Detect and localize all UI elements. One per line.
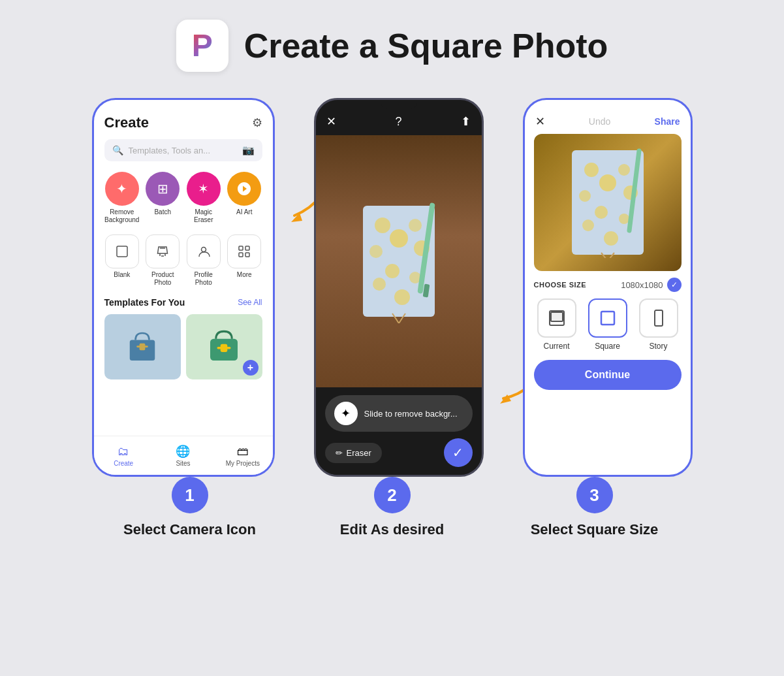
slide-text: Slide to remove backgr... [364, 409, 458, 419]
svg-point-15 [409, 219, 422, 232]
batch-icon: ⊞ [146, 172, 180, 206]
svg-point-22 [394, 289, 410, 305]
phone2-notch [381, 100, 416, 109]
phones-container: Create ⚙ 🔍 Templates, Tools an... 📷 ✦ Re… [92, 98, 693, 477]
phone3-close-icon[interactable]: ✕ [535, 114, 545, 129]
step-1: 1 Select Camera Icon [99, 477, 281, 538]
size-option-current[interactable]: Current [534, 298, 580, 351]
slide-bar[interactable]: ✦ Slide to remove backgr... [325, 395, 473, 432]
more-icon [227, 234, 261, 268]
svg-point-16 [390, 229, 408, 248]
choose-size-section: CHOOSE SIZE 1080x1080 ✓ [525, 271, 691, 396]
add-template-button[interactable]: + [243, 360, 259, 376]
svg-rect-4 [239, 253, 243, 257]
camera-icon[interactable]: 📷 [242, 144, 255, 156]
template-card-1[interactable] [104, 314, 181, 379]
templates-header: Templates For You See All [104, 297, 262, 308]
search-placeholder: Templates, Tools an... [129, 146, 237, 155]
svg-point-29 [599, 174, 616, 191]
tool-batch[interactable]: ⊞ Batch [145, 172, 181, 224]
search-bar[interactable]: 🔍 Templates, Tools an... 📷 [104, 139, 262, 161]
remove-bg-icon: ✦ [105, 172, 139, 206]
tools-row1: ✦ RemoveBackground ⊞ Batch ✶ MagicEraser [104, 172, 262, 224]
phone1-header: Create ⚙ [104, 114, 262, 131]
phone3-notch [589, 100, 625, 109]
phone-2: ✕ ? ⬆ [314, 98, 484, 477]
product-photo-label: ProductPhoto [151, 271, 174, 287]
share-icon[interactable]: ⬆ [461, 114, 471, 129]
nav-item-create[interactable]: 🗂 Create [94, 436, 153, 475]
create-nav-label: Create [114, 460, 133, 467]
profile-photo-label: ProfilePhoto [195, 271, 213, 287]
tool-ai-art[interactable]: AI Art [227, 172, 262, 224]
size-option-square[interactable]: Square [585, 298, 631, 351]
svg-point-35 [604, 231, 618, 246]
magic-eraser-icon: ✶ [187, 172, 221, 206]
help-icon[interactable]: ? [395, 115, 401, 129]
tools-row2: Blank ProductPhoto [104, 234, 262, 287]
see-all-link[interactable]: See All [238, 298, 262, 307]
story-size-icon [639, 298, 678, 338]
step-3-label: Select Square Size [531, 521, 659, 538]
phone2-content: ✕ ? ⬆ [316, 100, 482, 475]
continue-button[interactable]: Continue [534, 360, 682, 390]
size-check-icon: ✓ [667, 278, 682, 292]
bottom-nav: 🗂 Create 🌐 Sites 🗃 My Projects [94, 436, 273, 475]
svg-point-19 [385, 264, 400, 278]
phone2-bottom: ✦ Slide to remove backgr... ✏ Eraser ✓ [316, 387, 482, 475]
eraser-button[interactable]: ✏ Eraser [325, 443, 382, 463]
profile-photo-icon [187, 234, 221, 268]
current-size-icon [537, 298, 576, 338]
tool-blank[interactable]: Blank [104, 234, 140, 287]
page-title: Create a Square Photo [244, 26, 608, 65]
undo-label[interactable]: Undo [589, 116, 610, 127]
step-1-number: 1 [185, 485, 194, 506]
gear-icon[interactable]: ⚙ [252, 116, 262, 130]
bag-image-1 [104, 314, 181, 379]
phone3-share-button[interactable]: Share [655, 116, 680, 127]
size-number: 1080x1080 [621, 280, 663, 290]
nav-item-my-projects[interactable]: 🗃 My Projects [213, 436, 272, 475]
phone2-actions: ✏ Eraser ✓ [325, 438, 473, 467]
blank-label: Blank [114, 271, 130, 279]
svg-point-1 [201, 248, 206, 252]
remove-bg-label: RemoveBackground [104, 208, 139, 224]
tool-magic-eraser[interactable]: ✶ MagicEraser [186, 172, 222, 224]
tool-remove-background[interactable]: ✦ RemoveBackground [104, 172, 140, 224]
close-icon[interactable]: ✕ [326, 114, 336, 129]
svg-point-17 [369, 245, 383, 258]
batch-label: Batch [154, 208, 171, 216]
step-3: 3 Select Square Size [503, 477, 686, 538]
svg-point-28 [618, 164, 630, 176]
tool-more[interactable]: More [227, 234, 262, 287]
logo-letter: P [192, 30, 213, 61]
sites-nav-label: Sites [176, 460, 190, 467]
choose-size-header: CHOOSE SIZE 1080x1080 ✓ [534, 278, 682, 292]
step-2: 2 Edit As desired [301, 477, 484, 538]
ai-art-icon [227, 172, 261, 206]
confirm-button[interactable]: ✓ [444, 438, 473, 467]
template-card-2[interactable]: + [186, 314, 262, 379]
step-2-circle: 2 [374, 477, 411, 513]
sites-nav-icon: 🌐 [176, 444, 190, 459]
svg-rect-40 [655, 310, 663, 326]
logo-box: P [176, 20, 228, 72]
size-option-story[interactable]: Story [636, 298, 682, 351]
phone3-content: ✕ Undo Share [525, 100, 691, 475]
phone-1: Create ⚙ 🔍 Templates, Tools an... 📷 ✦ Re… [92, 98, 275, 477]
templates-row: + [104, 314, 262, 379]
eraser-icon: ✏ [336, 448, 343, 458]
more-label: More [237, 271, 252, 279]
svg-rect-2 [239, 246, 243, 250]
projects-nav-label: My Projects [226, 460, 260, 467]
search-icon: 🔍 [112, 145, 123, 155]
sparkle-button[interactable]: ✦ [334, 402, 358, 425]
step-1-circle: 1 [172, 477, 208, 513]
phone3-photo-area [534, 134, 682, 271]
tool-product-photo[interactable]: ProductPhoto [145, 234, 181, 287]
svg-marker-12 [291, 213, 302, 222]
svg-point-32 [595, 206, 608, 219]
product-photo-icon [146, 234, 180, 268]
tool-profile-photo[interactable]: ProfilePhoto [186, 234, 222, 287]
nav-item-sites[interactable]: 🌐 Sites [153, 436, 213, 475]
